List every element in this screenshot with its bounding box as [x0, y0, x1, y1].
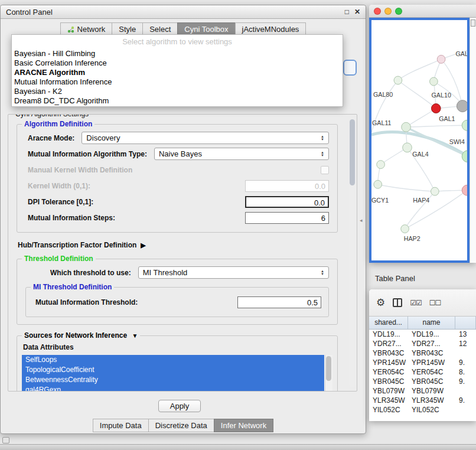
network-node-label: GCY1 — [371, 197, 389, 204]
table-column-header[interactable]: name — [408, 317, 455, 329]
table-cell — [455, 405, 476, 415]
table-row[interactable]: YBR045CYBR045C9. — [369, 377, 476, 386]
scrollbar-thumb[interactable] — [471, 19, 475, 27]
tab-label: Infer Network — [221, 421, 266, 430]
zoom-traffic-light-icon[interactable] — [395, 8, 402, 15]
mi-threshold-label: Mutual Information Threshold: — [35, 298, 138, 306]
mi-type-combobox[interactable]: Naive Bayes ▲▼ — [154, 148, 329, 160]
network-node-label: SWI4 — [449, 138, 465, 145]
attribute-item[interactable]: TopologicalCoefficient — [22, 365, 324, 375]
data-attributes-label: Data Attributes — [23, 343, 332, 351]
algorithm-definition-title: Algorithm Definition — [22, 120, 94, 128]
table-cell: YBL079W — [369, 386, 408, 396]
table-cell: 9. — [455, 358, 476, 367]
table-row[interactable]: YLR345WYLR345W9. — [369, 396, 476, 405]
network-edge — [398, 80, 436, 109]
dpi-tolerance-input[interactable]: 0.0 — [245, 196, 329, 208]
table-cell: YLR345W — [369, 396, 408, 405]
algorithm-option[interactable]: Mutual Information Inference — [12, 77, 343, 87]
combobox-value: MI Threshold — [143, 268, 188, 277]
network-node[interactable] — [431, 187, 439, 195]
network-node[interactable] — [462, 120, 467, 131]
network-node[interactable] — [437, 55, 445, 63]
clear-all-checkboxes-icon[interactable]: ☐☐ — [429, 299, 441, 307]
scrollbar-thumb[interactable] — [326, 356, 331, 381]
table-row[interactable]: YBL079WYBL079W — [369, 386, 476, 396]
table-row[interactable]: YER054CYER054C8. — [369, 367, 476, 377]
mi-type-label: Mutual Information Algorithm Type: — [28, 150, 147, 158]
network-canvas[interactable]: GALGAL80GAL10GAL11GAL1SWI4GAL4GCY1HAP4YH… — [369, 18, 470, 263]
table-row[interactable]: YBR043CYBR043C — [369, 348, 476, 358]
network-node-label: HAP4 — [413, 197, 429, 204]
which-threshold-combobox[interactable]: MI Threshold ▲▼ — [138, 266, 329, 279]
mi-steps-input[interactable]: 6 — [245, 212, 329, 224]
gear-icon[interactable]: ⚙ — [376, 296, 385, 309]
table-cell: 12 — [455, 339, 476, 348]
select-all-checkboxes-icon[interactable]: ☑☑ — [410, 299, 422, 307]
tab-infer-network[interactable]: Infer Network — [214, 419, 273, 432]
aracne-mode-row: Aracne Mode: Discovery ▲▼ — [28, 132, 329, 144]
table-toolbar: ⚙ ☑☑ ☐☐ — [369, 289, 476, 317]
algorithm-option[interactable]: Bayesian - Hill Climbing — [12, 49, 343, 58]
network-node[interactable] — [403, 143, 412, 152]
table-column-header[interactable]: shared... — [369, 317, 408, 329]
apply-button[interactable]: Apply — [158, 400, 201, 412]
columns-icon[interactable] — [393, 298, 402, 307]
mi-threshold-input[interactable]: 0.5 — [237, 296, 321, 308]
attribute-item[interactable]: BetweennessCentrality — [22, 375, 324, 385]
algorithm-option[interactable]: Bayesian - K2 — [12, 87, 343, 96]
splitter-collapse-arrow[interactable]: ◂ — [360, 217, 363, 223]
attribute-item[interactable]: gal4RGexp — [22, 385, 324, 392]
tab-label: jActiveMNodules — [242, 25, 299, 34]
network-node[interactable] — [401, 225, 409, 233]
kernel-width-label: Kernel Width (0,1): — [28, 182, 90, 190]
network-scrollbar[interactable] — [470, 18, 476, 263]
aracne-mode-combobox[interactable]: Discovery ▲▼ — [81, 132, 329, 144]
manual-kernel-row: Manual Kernel Width Definition — [28, 164, 329, 176]
tab-label: Style — [119, 25, 136, 34]
table-cell: YDL19... — [369, 330, 408, 339]
data-attributes-list[interactable]: SelfLoopsTopologicalCoefficientBetweenne… — [22, 355, 332, 392]
network-node[interactable] — [394, 76, 402, 84]
tab-impute-data[interactable]: Impute Data — [93, 419, 149, 432]
table-cell: YPR145W — [408, 358, 455, 367]
table-row[interactable]: YDR27...YDR27...12 — [369, 339, 476, 348]
sources-title: Sources for Network Inference — [24, 331, 127, 340]
hub-definition-toggle[interactable]: Hub/Transcription Factor Definition ▶ — [18, 241, 357, 249]
network-node[interactable] — [457, 100, 467, 112]
network-node-label: GAL — [455, 50, 467, 57]
algorithm-option[interactable]: Dream8 DC_TDC Algorithm — [12, 96, 343, 106]
window-title: Control Panel — [6, 8, 340, 17]
scrollbar-thumb[interactable] — [350, 119, 355, 185]
attribute-item[interactable]: SelfLoops — [22, 355, 324, 365]
sources-section-toggle[interactable]: Sources for Network Inference ▼ — [22, 331, 140, 340]
manual-kernel-checkbox — [321, 166, 329, 174]
table-cell: YIL052C — [408, 405, 455, 415]
settings-scrollbar[interactable] — [349, 118, 356, 387]
network-node[interactable] — [402, 122, 411, 132]
sources-group: Sources for Network Inference ▼ Data Att… — [17, 335, 338, 392]
table-body: YDL19...YDL19...13YDR27...YDR27...12YBR0… — [369, 330, 476, 415]
network-node[interactable] — [431, 104, 441, 113]
algorithm-dropdown-list: Bayesian - Hill ClimbingBasic Correlatio… — [12, 49, 343, 106]
bottom-tabbar: Impute Data Discretize Data Infer Networ… — [1, 419, 366, 432]
close-traffic-light-icon[interactable] — [374, 8, 381, 15]
dpi-tolerance-row: DPI Tolerance [0,1]: 0.0 — [28, 195, 329, 208]
algorithm-combobox-fragment[interactable] — [343, 60, 357, 76]
network-node[interactable] — [430, 77, 438, 86]
table-row[interactable]: YDL19...YDL19...13 — [369, 330, 476, 339]
algorithm-option[interactable]: Basic Correlation Inference — [12, 58, 343, 68]
minimize-traffic-light-icon[interactable] — [384, 8, 392, 15]
network-node[interactable] — [374, 180, 382, 188]
tab-discretize-data[interactable]: Discretize Data — [148, 419, 214, 432]
close-icon[interactable]: ✕ — [354, 8, 360, 16]
bottom-left-panel-icon[interactable] — [2, 437, 9, 444]
table-column-header[interactable] — [455, 317, 476, 329]
table-row[interactable]: YIL052CYIL052C — [369, 405, 476, 415]
minimize-icon[interactable]: □ — [345, 8, 349, 16]
table-row[interactable]: YPR145WYPR145W9. — [369, 358, 476, 367]
algorithm-option[interactable]: ARACNE Algorithm — [12, 68, 343, 77]
network-node[interactable] — [377, 161, 385, 169]
tab-label: Cyni Toolbox — [184, 25, 228, 34]
attributes-scrollbar[interactable] — [325, 355, 332, 392]
